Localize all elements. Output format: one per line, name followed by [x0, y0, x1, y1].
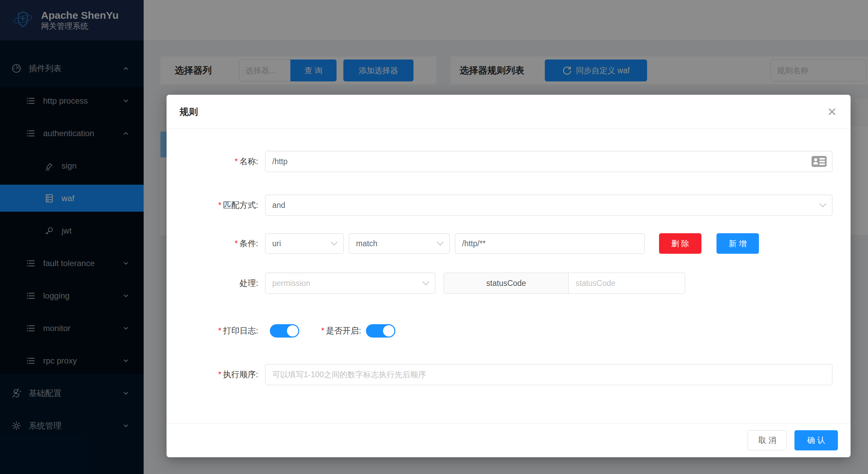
- modal-header: 规则 ✕: [167, 95, 851, 129]
- toggle-knob: [287, 325, 298, 337]
- name-label: *名称:: [167, 156, 265, 167]
- name-input[interactable]: [265, 151, 832, 172]
- modal-footer: 取 消 确 认: [167, 423, 851, 457]
- contact-card-icon: [811, 156, 827, 167]
- condition-value-input[interactable]: [455, 233, 645, 254]
- condition-operator-select[interactable]: match: [349, 233, 450, 254]
- handle-permission-select[interactable]: permission: [265, 273, 435, 294]
- close-icon[interactable]: ✕: [827, 106, 837, 118]
- print-log-toggle[interactable]: [270, 324, 299, 338]
- order-input[interactable]: [265, 364, 832, 385]
- chevron-down-icon: [422, 278, 429, 285]
- chevron-down-icon: [331, 239, 338, 246]
- status-code-addon-label: statusCode: [444, 273, 569, 294]
- modal-title: 规则: [180, 106, 198, 118]
- toggle-knob: [383, 325, 394, 337]
- match-mode-select[interactable]: and: [265, 195, 832, 216]
- condition-label: *条件:: [167, 238, 265, 249]
- enabled-label: *是否开启:: [321, 325, 361, 336]
- match-mode-label: *匹配方式:: [167, 200, 265, 211]
- print-log-label: *打印日志:: [167, 325, 265, 336]
- chevron-down-icon: [437, 239, 444, 246]
- rule-modal: 规则 ✕ *名称: *匹配方式: and *条件: uri: [167, 95, 851, 457]
- handle-label: 处理:: [167, 278, 265, 289]
- status-code-group: statusCode: [444, 273, 685, 294]
- status-code-input[interactable]: [569, 273, 685, 294]
- condition-param-select[interactable]: uri: [265, 233, 344, 254]
- delete-condition-button[interactable]: 删 除: [659, 233, 701, 254]
- add-condition-button[interactable]: 新 增: [716, 233, 759, 254]
- chevron-down-icon: [819, 200, 826, 207]
- order-label: *执行顺序:: [167, 369, 265, 380]
- cancel-button[interactable]: 取 消: [748, 430, 787, 450]
- enabled-toggle[interactable]: [366, 324, 395, 338]
- confirm-button[interactable]: 确 认: [794, 430, 838, 450]
